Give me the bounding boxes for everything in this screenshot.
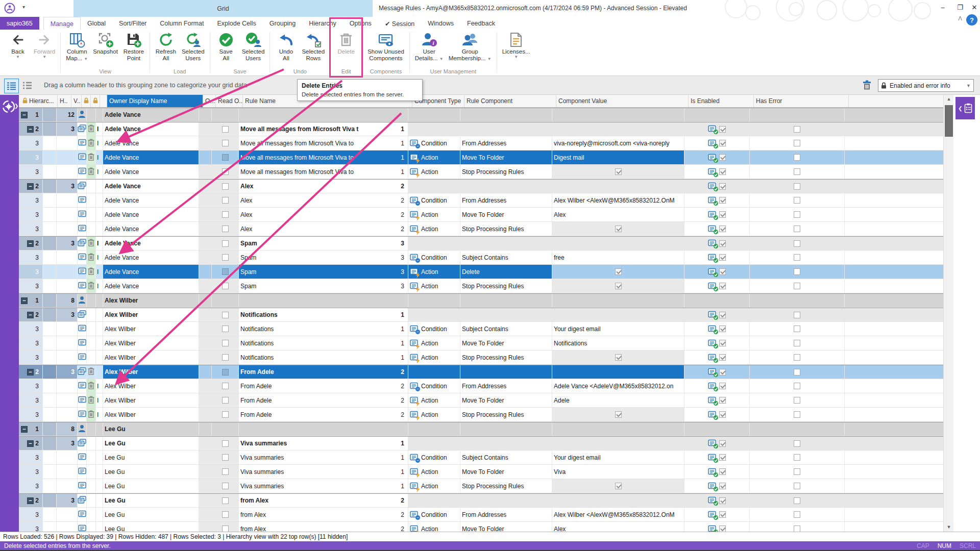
table-row[interactable]: 3Alex WilberNotifications1ActionStop Pro… [19, 350, 943, 365]
has-error-checkbox[interactable] [794, 211, 800, 218]
collapse-box[interactable]: − [27, 240, 34, 247]
table-row[interactable]: −23Lee Gufrom Alex2 [19, 493, 943, 508]
restore-button[interactable]: ❐ [951, 0, 969, 15]
read-only-checkbox[interactable] [222, 411, 229, 418]
read-only-checkbox[interactable] [222, 325, 229, 332]
read-only-checkbox[interactable] [222, 383, 229, 389]
show-unused-components-button[interactable]: Show UnusedComponents [365, 30, 407, 62]
has-error-checkbox[interactable] [794, 525, 800, 532]
col-has-error[interactable]: Has Error [754, 95, 849, 107]
table-row[interactable]: 3Adele VanceAlex2ActionStop Processing R… [19, 222, 943, 236]
has-error-checkbox[interactable] [794, 254, 800, 261]
table-row[interactable]: 3Lee GuViva summaries1ActionMove To Fold… [19, 465, 943, 479]
is-enabled-checkbox[interactable] [719, 411, 726, 418]
table-row[interactable]: −23Alex WilberNotifications1 [19, 308, 943, 322]
has-error-checkbox[interactable] [794, 240, 800, 247]
table-row[interactable]: 3Lee Gufrom Alex2−ConditionFrom Addresse… [19, 508, 943, 522]
table-row[interactable]: 3Adele VanceAlex2−ConditionFrom Addresse… [19, 193, 943, 208]
is-enabled-checkbox[interactable] [719, 283, 726, 289]
tab-feedback[interactable]: Feedback [460, 17, 502, 30]
view-selector-dropdown[interactable]: Enabled and error info ▼ [878, 79, 974, 92]
flat-view-toggle[interactable] [20, 79, 34, 92]
has-error-checkbox[interactable] [794, 369, 800, 375]
collapse-box[interactable]: − [27, 183, 34, 190]
has-error-checkbox[interactable] [794, 154, 800, 161]
close-button[interactable]: ✕ [969, 0, 980, 15]
read-only-checkbox[interactable] [222, 240, 229, 247]
collapse-box[interactable]: − [27, 126, 34, 133]
has-error-checkbox[interactable] [794, 312, 800, 318]
table-row[interactable]: 3IAdele VanceSpam3ActionStop Processing … [19, 279, 943, 293]
read-only-checkbox[interactable] [222, 197, 229, 204]
table-row[interactable]: 3IAlex WilberFrom Adele2ActionMove To Fo… [19, 393, 943, 408]
read-only-checkbox[interactable] [222, 283, 229, 289]
table-row[interactable]: 3Lee GuViva summaries1−ConditionSubject … [19, 450, 943, 465]
scroll-down-icon[interactable]: ▼ [944, 523, 954, 532]
tab-hierarchy[interactable]: Hierarchy [302, 17, 343, 30]
has-error-checkbox[interactable] [794, 226, 800, 232]
is-enabled-checkbox[interactable] [719, 268, 726, 275]
read-only-checkbox[interactable] [222, 511, 229, 518]
is-enabled-checkbox[interactable] [719, 325, 726, 332]
has-error-checkbox[interactable] [794, 440, 800, 447]
value-checkbox[interactable] [615, 354, 622, 361]
read-only-checkbox[interactable] [222, 183, 229, 190]
tab-grouping[interactable]: Grouping [263, 17, 302, 30]
read-only-checkbox[interactable] [222, 168, 229, 175]
tab-sapio365[interactable]: sapio365 [0, 17, 39, 30]
col-filler[interactable] [849, 95, 943, 107]
table-row[interactable]: −23Alex WilberFrom Adele2 [19, 365, 943, 379]
value-checkbox[interactable] [615, 168, 622, 175]
value-checkbox[interactable] [615, 483, 622, 489]
is-enabled-checkbox[interactable] [719, 468, 726, 475]
minimize-button[interactable]: – [934, 0, 951, 15]
is-enabled-checkbox[interactable] [719, 525, 726, 532]
hierarchy-view-toggle[interactable] [4, 79, 19, 93]
has-error-checkbox[interactable] [794, 483, 800, 489]
col-v[interactable]: V.. [71, 95, 82, 107]
read-only-checkbox[interactable] [222, 525, 229, 532]
selected-users-button[interactable]: SelectedUsers [179, 30, 207, 62]
is-enabled-checkbox[interactable] [719, 211, 726, 218]
value-checkbox[interactable] [615, 411, 622, 418]
collapse-box[interactable]: − [21, 297, 28, 304]
read-only-checkbox[interactable] [222, 226, 229, 232]
table-row[interactable]: 3IAdele VanceSpam3−ConditionSubject Cont… [19, 251, 943, 265]
col-owner-display-name[interactable]: Owner Display Name [107, 95, 203, 107]
value-checkbox[interactable] [615, 283, 622, 289]
has-error-checkbox[interactable] [794, 140, 800, 146]
table-row[interactable]: 3Lee Gufrom Alex2ActionMove To FolderAle… [19, 522, 943, 532]
table-row[interactable]: −112Adele Vance [19, 108, 943, 122]
table-row[interactable]: 3Alex WilberNotifications1−ConditionSubj… [19, 322, 943, 336]
table-row[interactable]: −23Adele VanceAlex2 [19, 179, 943, 193]
selected-users-button[interactable]: SelectedUsers [239, 30, 267, 62]
group-membership-button[interactable]: GroupMembership... ▼ [446, 30, 494, 62]
is-enabled-checkbox[interactable] [719, 154, 726, 161]
is-enabled-checkbox[interactable] [719, 226, 726, 232]
has-error-checkbox[interactable] [794, 497, 800, 504]
col-h[interactable]: H.. [58, 95, 71, 107]
read-only-checkbox[interactable] [222, 497, 229, 504]
is-enabled-checkbox[interactable] [719, 511, 726, 518]
is-enabled-checkbox[interactable] [719, 497, 726, 504]
forward-button[interactable]: Forward▼ [31, 30, 58, 59]
collapse-box[interactable]: − [21, 112, 28, 118]
collapse-box[interactable]: − [27, 440, 34, 447]
table-row[interactable]: 3IAdele VanceSpam3ActionDelete [19, 265, 943, 279]
has-error-checkbox[interactable] [794, 168, 800, 175]
scrollbar-thumb[interactable] [945, 105, 953, 137]
col-clipped[interactable] [100, 95, 107, 107]
table-row[interactable]: −23Lee GuViva summaries1 [19, 436, 943, 450]
has-error-checkbox[interactable] [794, 283, 800, 289]
back-button[interactable]: Back▼ [5, 30, 31, 59]
is-enabled-checkbox[interactable] [719, 183, 726, 190]
read-only-checkbox[interactable] [222, 254, 229, 261]
sidebar-expand-chevron-icon[interactable]: ❯ [14, 103, 18, 109]
has-error-checkbox[interactable] [794, 454, 800, 461]
read-only-checkbox[interactable] [222, 468, 229, 475]
table-row[interactable]: 3IAlex WilberFrom Adele2−ConditionFrom A… [19, 379, 943, 393]
has-error-checkbox[interactable] [794, 511, 800, 518]
has-error-checkbox[interactable] [794, 126, 800, 133]
read-only-checkbox[interactable] [222, 483, 229, 489]
table-row[interactable]: −23IAdele VanceMove all messages from Mi… [19, 122, 943, 136]
